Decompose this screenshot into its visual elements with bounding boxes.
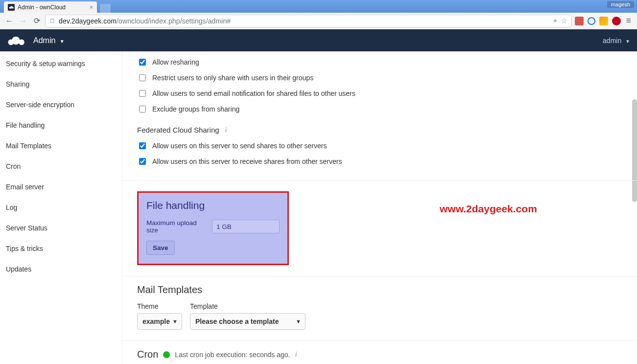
new-tab-button[interactable]	[100, 4, 111, 13]
cron-section: Cron Last cron job execution: seconds ag…	[122, 341, 637, 364]
template-select[interactable]: Please choose a template ▼	[190, 313, 306, 330]
tab-title: Admin - ownCloud	[18, 4, 66, 11]
theme-label: Theme	[137, 302, 182, 310]
info-icon[interactable]: i	[295, 350, 297, 359]
reload-button[interactable]: ⟳	[31, 16, 42, 26]
checkbox-label: Restrict users to only share with users …	[152, 74, 313, 82]
chevron-down-icon: ▼	[60, 39, 65, 44]
checkbox[interactable]	[139, 142, 146, 149]
tab-close-icon[interactable]: ×	[89, 3, 93, 11]
federated-sharing-heading: Federated Cloud Sharing i	[137, 126, 622, 134]
svg-point-2	[12, 7, 14, 8]
extension-icons	[575, 17, 621, 25]
template-select-value: Please choose a template	[195, 318, 279, 325]
extension-icon-2[interactable]	[588, 17, 595, 25]
chevron-down-icon: ▼	[172, 318, 178, 324]
owncloud-header: Admin ▼ admin ▼	[0, 29, 637, 51]
sidebar-item[interactable]: Mail Templates	[0, 136, 122, 156]
checkbox[interactable]	[139, 59, 146, 66]
sidebar-item[interactable]: Tips & tricks	[0, 238, 122, 259]
browser-tab-active[interactable]: Admin - ownCloud ×	[4, 1, 97, 13]
forward-button[interactable]: →	[18, 16, 28, 26]
browser-toolbar: ← → ⟳ 🗋 dev.2daygeek.com/owncloud/index.…	[0, 13, 637, 29]
file-handling-section: File handling Maximum upload size Save w…	[122, 181, 637, 276]
svg-point-4	[12, 36, 20, 45]
checkbox-row[interactable]: Allow users on this server to receive sh…	[137, 154, 622, 169]
profile-badge[interactable]: magesh	[607, 1, 634, 8]
max-upload-input[interactable]	[212, 220, 280, 233]
status-dot-icon	[163, 351, 170, 358]
cron-title: Cron	[137, 349, 158, 360]
svg-point-5	[19, 39, 24, 45]
settings-sidebar: Security & setup warningsSharingServer-s…	[0, 51, 122, 364]
checkbox-label: Allow resharing	[152, 58, 199, 66]
checkbox-label: Allow users to send email notification f…	[152, 90, 355, 97]
watermark-text: www.2daygeek.com	[440, 203, 537, 215]
checkbox-row[interactable]: Restrict users to only share with users …	[137, 70, 622, 86]
back-button[interactable]: ←	[4, 16, 15, 26]
checkbox-row[interactable]: Exclude groups from sharing	[137, 101, 622, 117]
checkbox[interactable]	[139, 74, 146, 81]
max-upload-label: Maximum upload size	[146, 219, 209, 234]
user-menu-button[interactable]: admin ▼	[603, 37, 630, 45]
checkbox-label: Allow users on this server to receive sh…	[152, 158, 342, 165]
sidebar-item[interactable]: Email server	[0, 177, 122, 197]
template-label: Template	[190, 302, 306, 310]
mail-templates-section: Mail Templates Theme example ▼ Template …	[122, 276, 637, 341]
mail-templates-title: Mail Templates	[137, 284, 622, 296]
sharing-section: Allow resharingRestrict users to only sh…	[122, 51, 637, 181]
cron-status-text: Last cron job execution: seconds ago.	[175, 351, 290, 359]
app-title: Admin	[33, 36, 55, 45]
sidebar-item[interactable]: Updates	[0, 259, 122, 279]
file-handling-highlight: File handling Maximum upload size Save	[137, 191, 289, 265]
address-bar[interactable]: 🗋 dev.2daygeek.com/owncloud/index.php/se…	[45, 15, 572, 27]
sidebar-item[interactable]: Server-side encryption	[0, 94, 122, 115]
owncloud-logo-icon[interactable]	[7, 35, 26, 46]
theme-select[interactable]: example ▼	[137, 313, 182, 330]
theme-select-value: example	[142, 318, 170, 325]
checkbox-row[interactable]: Allow users on this server to send share…	[137, 138, 622, 154]
checkbox-row[interactable]: Allow users to send email notification f…	[137, 86, 622, 101]
bookmark-star-icon[interactable]: ☆	[561, 17, 567, 25]
extension-icon-pinterest[interactable]	[612, 17, 621, 25]
sidebar-item[interactable]: Server Status	[0, 218, 122, 238]
browser-tab-strip: Admin - ownCloud × magesh	[0, 0, 637, 13]
app-menu-button[interactable]: Admin ▼	[33, 36, 65, 45]
user-name: admin	[603, 37, 621, 45]
file-handling-title: File handling	[146, 200, 280, 211]
chevron-down-icon: ▼	[296, 318, 301, 324]
info-icon[interactable]: i	[225, 126, 227, 134]
checkbox-label: Allow users on this server to send share…	[152, 142, 327, 150]
site-info-icon[interactable]: ⌖	[553, 17, 557, 25]
save-button[interactable]: Save	[146, 241, 175, 255]
sidebar-item[interactable]: Sharing	[0, 74, 122, 94]
settings-content: Allow resharingRestrict users to only sh…	[122, 51, 637, 364]
page-icon: 🗋	[49, 17, 56, 24]
chrome-menu-button[interactable]: ≡	[624, 16, 633, 26]
extension-icon-3[interactable]	[599, 17, 608, 25]
checkbox[interactable]	[139, 158, 146, 165]
sidebar-item[interactable]: File handling	[0, 115, 122, 136]
sidebar-item[interactable]: Security & setup warnings	[0, 53, 122, 74]
sidebar-item[interactable]: Log	[0, 197, 122, 218]
sidebar-item[interactable]: Cron	[0, 156, 122, 177]
checkbox-row[interactable]: Allow resharing	[137, 54, 622, 70]
checkbox[interactable]	[139, 90, 146, 97]
checkbox[interactable]	[139, 106, 146, 113]
url-text: dev.2daygeek.com/owncloud/index.php/sett…	[59, 17, 231, 25]
chevron-down-icon: ▼	[625, 39, 630, 44]
checkbox-label: Exclude groups from sharing	[152, 105, 239, 113]
tab-favicon	[8, 4, 15, 11]
extension-icon-1[interactable]	[575, 17, 584, 25]
